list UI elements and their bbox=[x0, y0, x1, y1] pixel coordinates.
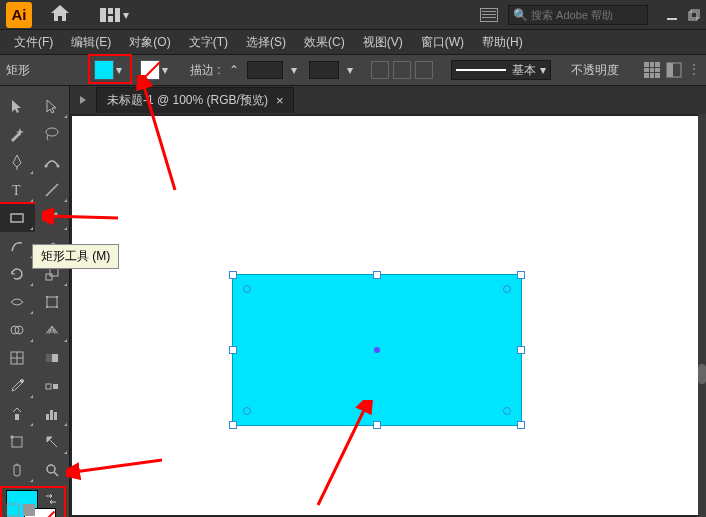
corner-widget[interactable] bbox=[503, 285, 511, 293]
svg-point-22 bbox=[56, 306, 58, 308]
menu-file[interactable]: 文件(F) bbox=[6, 32, 61, 53]
mesh-tool[interactable] bbox=[0, 344, 35, 372]
selection-handle[interactable] bbox=[229, 421, 237, 429]
center-point[interactable] bbox=[374, 347, 380, 353]
chevron-down-icon[interactable]: ▾ bbox=[291, 63, 297, 77]
svg-rect-16 bbox=[46, 274, 52, 280]
workspace-switcher[interactable]: ▾ bbox=[100, 8, 129, 22]
type-tool[interactable]: T bbox=[0, 176, 35, 204]
menu-view[interactable]: 视图(V) bbox=[355, 32, 411, 53]
stroke-weight-input[interactable] bbox=[247, 61, 283, 79]
search-box[interactable]: 🔍 bbox=[508, 5, 648, 25]
menu-effect[interactable]: 效果(C) bbox=[296, 32, 353, 53]
svg-rect-43 bbox=[23, 504, 35, 516]
draw-behind-icon[interactable] bbox=[22, 503, 36, 517]
paintbrush-tool[interactable] bbox=[35, 204, 70, 232]
chevron-down-icon[interactable]: ▾ bbox=[162, 63, 168, 77]
panel-toggle-icon[interactable] bbox=[76, 93, 90, 107]
draw-normal-icon[interactable] bbox=[6, 503, 20, 517]
eyedropper-tool[interactable] bbox=[0, 372, 35, 400]
document-area: 未标题-1 @ 100% (RGB/预览) × bbox=[70, 86, 706, 517]
perspective-grid-tool[interactable] bbox=[35, 316, 70, 344]
chevron-down-icon[interactable]: ▾ bbox=[116, 63, 122, 77]
tools-panel: T bbox=[0, 86, 70, 517]
stroke-weight-caret[interactable]: ⌃ bbox=[229, 63, 239, 77]
svg-point-30 bbox=[20, 379, 24, 383]
opacity-label[interactable]: 不透明度 bbox=[571, 62, 619, 79]
menu-help[interactable]: 帮助(H) bbox=[474, 32, 531, 53]
line-segment-tool[interactable] bbox=[35, 176, 70, 204]
corner-widget[interactable] bbox=[243, 407, 251, 415]
transform-panel-icon[interactable] bbox=[666, 62, 682, 78]
menu-type[interactable]: 文字(T) bbox=[181, 32, 236, 53]
chevron-down-icon: ▾ bbox=[123, 8, 129, 22]
free-transform-tool[interactable] bbox=[35, 288, 70, 316]
style-icon[interactable] bbox=[393, 61, 411, 79]
gradient-tool[interactable] bbox=[35, 344, 70, 372]
active-tool-label: 矩形 bbox=[6, 62, 86, 79]
slice-tool[interactable] bbox=[35, 428, 70, 456]
fill-color-swatch[interactable] bbox=[94, 60, 114, 80]
svg-rect-34 bbox=[46, 414, 49, 420]
document-tab-title: 未标题-1 @ 100% (RGB/预览) bbox=[107, 92, 268, 109]
selection-handle[interactable] bbox=[517, 346, 525, 354]
shape-builder-tool[interactable] bbox=[0, 316, 35, 344]
minimize-button[interactable] bbox=[666, 9, 678, 21]
canvas[interactable] bbox=[72, 116, 698, 515]
lasso-tool[interactable] bbox=[35, 120, 70, 148]
magic-wand-tool[interactable] bbox=[0, 120, 35, 148]
hand-tool[interactable] bbox=[0, 456, 35, 484]
menu-select[interactable]: 选择(S) bbox=[238, 32, 294, 53]
rectangle-shape[interactable] bbox=[232, 274, 522, 426]
pen-tool[interactable] bbox=[0, 148, 35, 176]
selection-handle[interactable] bbox=[517, 271, 525, 279]
opacity-icon[interactable] bbox=[415, 61, 433, 79]
brush-label: 基本 bbox=[512, 62, 536, 79]
svg-rect-1 bbox=[108, 8, 113, 14]
restore-button[interactable] bbox=[688, 9, 700, 21]
brush-definition-icon[interactable] bbox=[371, 61, 389, 79]
vertical-scrollbar[interactable] bbox=[698, 114, 706, 517]
column-graph-tool[interactable] bbox=[35, 400, 70, 428]
rectangle-tool[interactable] bbox=[0, 204, 35, 232]
blend-tool[interactable] bbox=[35, 372, 70, 400]
stroke-profile-dropdown[interactable] bbox=[309, 61, 339, 79]
selection-handle[interactable] bbox=[229, 346, 237, 354]
stroke-color-swatch[interactable] bbox=[140, 60, 160, 80]
rotate-tool[interactable] bbox=[0, 260, 35, 288]
scrollbar-thumb[interactable] bbox=[698, 364, 706, 384]
selection-tool[interactable] bbox=[0, 92, 35, 120]
brush-dropdown[interactable]: 基本 ▾ bbox=[451, 60, 551, 80]
align-panel-icon[interactable] bbox=[644, 62, 660, 78]
close-tab-icon[interactable]: × bbox=[276, 93, 284, 108]
selection-handle[interactable] bbox=[373, 421, 381, 429]
menu-edit[interactable]: 编辑(E) bbox=[63, 32, 119, 53]
width-tool[interactable] bbox=[0, 288, 35, 316]
svg-rect-35 bbox=[50, 410, 53, 420]
stroke-label: 描边 : bbox=[190, 62, 221, 79]
symbol-sprayer-tool[interactable] bbox=[0, 400, 35, 428]
svg-rect-36 bbox=[54, 412, 57, 420]
direct-selection-tool[interactable] bbox=[35, 92, 70, 120]
corner-widget[interactable] bbox=[503, 407, 511, 415]
search-input[interactable] bbox=[531, 9, 643, 21]
selection-handle[interactable] bbox=[373, 271, 381, 279]
document-tab[interactable]: 未标题-1 @ 100% (RGB/预览) × bbox=[96, 87, 294, 113]
shaper-tool[interactable] bbox=[0, 232, 35, 260]
zoom-tool[interactable] bbox=[35, 456, 70, 484]
tool-tooltip: 矩形工具 (M) bbox=[32, 244, 119, 269]
selection-handle[interactable] bbox=[517, 421, 525, 429]
curvature-tool[interactable] bbox=[35, 148, 70, 176]
selection-handle[interactable] bbox=[229, 271, 237, 279]
menu-window[interactable]: 窗口(W) bbox=[413, 32, 472, 53]
chevron-down-icon[interactable]: ▾ bbox=[347, 63, 353, 77]
svg-point-10 bbox=[44, 165, 47, 168]
home-icon[interactable] bbox=[50, 4, 70, 25]
arrange-documents-icon[interactable] bbox=[480, 8, 498, 22]
artboard-tool[interactable] bbox=[0, 428, 35, 456]
search-icon: 🔍 bbox=[513, 8, 528, 22]
more-icon[interactable]: ⋮ bbox=[688, 62, 700, 78]
swap-fill-stroke-icon[interactable] bbox=[44, 492, 58, 506]
menu-object[interactable]: 对象(O) bbox=[121, 32, 178, 53]
corner-widget[interactable] bbox=[243, 285, 251, 293]
